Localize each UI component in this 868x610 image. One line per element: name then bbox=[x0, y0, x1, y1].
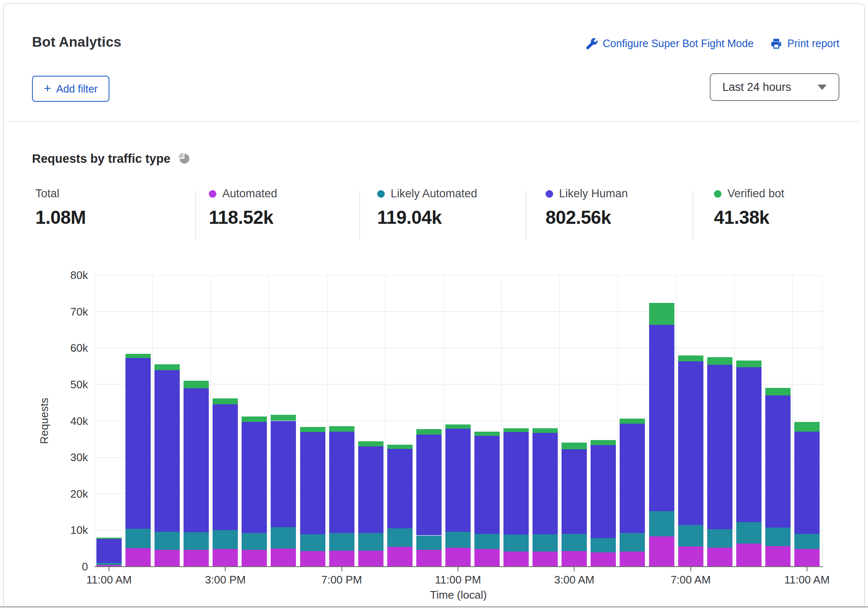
bar-segment-likely-human[interactable] bbox=[736, 367, 761, 522]
bar-segment-likely-automated[interactable] bbox=[794, 534, 820, 549]
bar-segment-automated[interactable] bbox=[533, 552, 558, 567]
bar-segment-automated[interactable] bbox=[213, 549, 238, 567]
bar-segment-likely-automated[interactable] bbox=[416, 536, 442, 550]
bar-segment-verified-bot[interactable] bbox=[213, 398, 238, 404]
bar-segment-likely-automated[interactable] bbox=[125, 529, 151, 548]
configure-super-bot-fight-mode-link[interactable]: Configure Super Bot Fight Mode bbox=[586, 37, 754, 50]
bar-segment-likely-human[interactable] bbox=[329, 432, 354, 533]
bar-segment-likely-automated[interactable] bbox=[242, 533, 267, 550]
bar-segment-verified-bot[interactable] bbox=[445, 424, 471, 429]
bar-segment-likely-human[interactable] bbox=[474, 436, 500, 534]
bar-segment-verified-bot[interactable] bbox=[503, 428, 529, 432]
bar-segment-automated[interactable] bbox=[503, 552, 529, 567]
bar-segment-likely-automated[interactable] bbox=[213, 530, 238, 549]
bar-segment-likely-human[interactable] bbox=[358, 446, 383, 533]
bar-segment-verified-bot[interactable] bbox=[736, 361, 761, 367]
bar-segment-verified-bot[interactable] bbox=[707, 357, 732, 365]
bar-segment-automated[interactable] bbox=[765, 546, 791, 567]
bar-segment-verified-bot[interactable] bbox=[620, 419, 645, 424]
bar-segment-verified-bot[interactable] bbox=[533, 428, 558, 433]
bar-segment-likely-human[interactable] bbox=[649, 325, 674, 512]
bar-segment-automated[interactable] bbox=[794, 549, 820, 567]
bar-segment-likely-automated[interactable] bbox=[649, 511, 674, 536]
bar-segment-likely-automated[interactable] bbox=[300, 534, 325, 551]
bar-segment-automated[interactable] bbox=[300, 551, 325, 567]
bar-segment-likely-human[interactable] bbox=[562, 449, 587, 534]
bar-segment-likely-human[interactable] bbox=[96, 539, 122, 563]
bar-segment-automated[interactable] bbox=[707, 548, 732, 567]
bar-segment-likely-human[interactable] bbox=[300, 432, 325, 534]
bar-segment-likely-automated[interactable] bbox=[707, 529, 732, 548]
bar-segment-verified-bot[interactable] bbox=[242, 416, 267, 422]
bar-segment-verified-bot[interactable] bbox=[794, 422, 820, 432]
bar-segment-automated[interactable] bbox=[387, 547, 413, 567]
bar-segment-verified-bot[interactable] bbox=[184, 381, 209, 388]
bar-segment-likely-human[interactable] bbox=[416, 435, 442, 536]
bar-segment-likely-human[interactable] bbox=[533, 433, 558, 534]
bar-segment-likely-human[interactable] bbox=[242, 422, 267, 533]
bar-segment-automated[interactable] bbox=[271, 549, 296, 567]
bar-segment-likely-automated[interactable] bbox=[503, 535, 529, 552]
bar-segment-likely-automated[interactable] bbox=[329, 533, 354, 551]
bar-segment-likely-human[interactable] bbox=[765, 395, 791, 528]
bar-segment-automated[interactable] bbox=[591, 552, 616, 567]
bar-segment-verified-bot[interactable] bbox=[591, 440, 616, 445]
bar-segment-likely-human[interactable] bbox=[125, 358, 151, 529]
bar-segment-automated[interactable] bbox=[242, 550, 267, 567]
bar-segment-likely-human[interactable] bbox=[271, 421, 296, 527]
bar-segment-likely-automated[interactable] bbox=[678, 525, 703, 546]
bar-segment-likely-automated[interactable] bbox=[271, 527, 296, 549]
bar-segment-likely-automated[interactable] bbox=[474, 534, 500, 549]
bar-segment-verified-bot[interactable] bbox=[271, 415, 296, 421]
bar-segment-verified-bot[interactable] bbox=[358, 441, 383, 446]
bar-segment-verified-bot[interactable] bbox=[649, 303, 674, 325]
bar-segment-likely-automated[interactable] bbox=[765, 528, 791, 546]
bar-segment-verified-bot[interactable] bbox=[562, 443, 587, 449]
bar-segment-automated[interactable] bbox=[736, 544, 761, 567]
bar-segment-likely-human[interactable] bbox=[154, 370, 180, 532]
bar-segment-likely-automated[interactable] bbox=[154, 532, 180, 550]
bar-segment-likely-human[interactable] bbox=[184, 388, 209, 532]
bar-segment-likely-human[interactable] bbox=[591, 445, 616, 538]
bar-segment-likely-automated[interactable] bbox=[533, 534, 558, 552]
bar-segment-automated[interactable] bbox=[678, 546, 703, 567]
bar-segment-automated[interactable] bbox=[620, 552, 645, 567]
bar-segment-automated[interactable] bbox=[125, 548, 151, 567]
bar-segment-likely-human[interactable] bbox=[445, 429, 471, 532]
bar-segment-automated[interactable] bbox=[416, 550, 442, 567]
bar-segment-likely-human[interactable] bbox=[387, 449, 413, 528]
bar-segment-automated[interactable] bbox=[474, 549, 500, 567]
bar-segment-automated[interactable] bbox=[154, 550, 180, 567]
add-filter-button[interactable]: + Add filter bbox=[32, 76, 109, 102]
bar-segment-verified-bot[interactable] bbox=[125, 354, 151, 358]
bar-segment-likely-automated[interactable] bbox=[184, 532, 209, 550]
bar-segment-likely-human[interactable] bbox=[678, 361, 703, 525]
bar-segment-automated[interactable] bbox=[358, 551, 383, 567]
bar-segment-verified-bot[interactable] bbox=[96, 538, 122, 539]
bar-segment-likely-human[interactable] bbox=[620, 424, 645, 533]
bar-segment-likely-automated[interactable] bbox=[387, 528, 413, 547]
bar-segment-verified-bot[interactable] bbox=[416, 429, 442, 434]
bar-segment-likely-human[interactable] bbox=[503, 432, 529, 534]
bar-segment-likely-human[interactable] bbox=[794, 432, 820, 534]
bar-segment-automated[interactable] bbox=[329, 551, 354, 567]
bar-segment-verified-bot[interactable] bbox=[678, 355, 703, 362]
bar-segment-likely-human[interactable] bbox=[707, 365, 732, 529]
bar-segment-verified-bot[interactable] bbox=[387, 445, 413, 449]
bar-segment-likely-automated[interactable] bbox=[562, 534, 587, 551]
bar-segment-verified-bot[interactable] bbox=[329, 426, 354, 432]
bar-segment-likely-automated[interactable] bbox=[620, 533, 645, 552]
print-report-link[interactable]: Print report bbox=[770, 37, 839, 50]
bar-segment-likely-automated[interactable] bbox=[591, 538, 616, 553]
bar-segment-likely-automated[interactable] bbox=[358, 533, 383, 551]
bar-segment-automated[interactable] bbox=[562, 551, 587, 567]
bar-segment-automated[interactable] bbox=[445, 548, 471, 567]
bar-segment-likely-human[interactable] bbox=[213, 404, 238, 530]
bar-segment-verified-bot[interactable] bbox=[300, 427, 325, 432]
bar-segment-likely-automated[interactable] bbox=[96, 563, 122, 565]
bar-segment-verified-bot[interactable] bbox=[474, 432, 500, 436]
bar-segment-automated[interactable] bbox=[649, 536, 674, 567]
bar-segment-verified-bot[interactable] bbox=[765, 388, 791, 395]
bar-segment-likely-automated[interactable] bbox=[445, 532, 471, 548]
bar-segment-verified-bot[interactable] bbox=[154, 364, 180, 370]
